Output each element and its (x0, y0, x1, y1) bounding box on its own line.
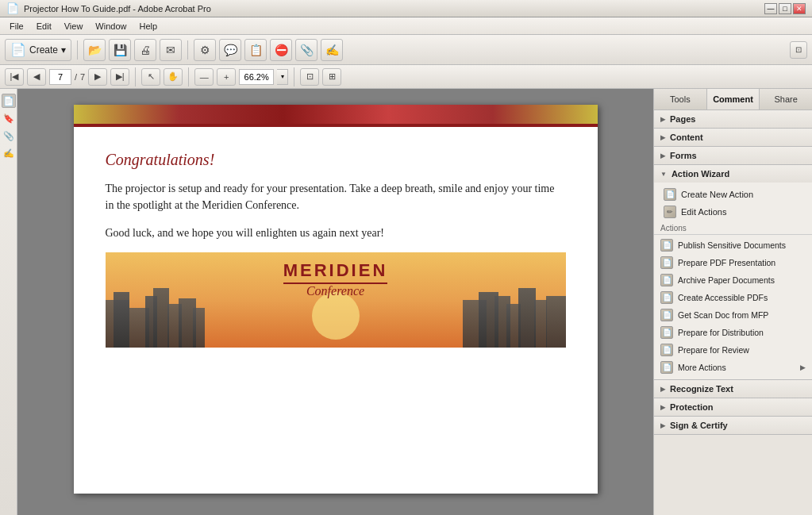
section-pages-header[interactable]: ▶ Pages (654, 110, 812, 128)
svg-point-1 (312, 292, 360, 340)
section-content-header[interactable]: ▶ Content (654, 129, 812, 146)
page-number-input[interactable] (49, 69, 71, 85)
first-page-button[interactable]: |◀ (5, 68, 24, 86)
section-recognize-text-triangle: ▶ (660, 386, 665, 393)
main-container: 📄 🔖 📎 ✍ Congratulations! The projector i… (0, 89, 812, 515)
pdf-area: Congratulations! The projector is setup … (17, 89, 653, 515)
section-sign-certify-triangle: ▶ (660, 422, 665, 429)
nav-bar: |◀ ◀ / 7 ▶ ▶| ↖ ✋ — + ▾ ⊡ ⊞ (0, 65, 812, 89)
zoom-in-button[interactable]: + (217, 68, 236, 86)
create-new-action-label: Create New Action (681, 190, 753, 199)
tab-tools[interactable]: Tools (654, 89, 707, 110)
prepare-distribution-label: Prepare for Distribution (678, 328, 764, 337)
action-publish-sensitive[interactable]: 📄 Publish Sensitive Documents (654, 236, 812, 254)
action-prepare-pdf-left: 📄 Prepare PDF Presentation (660, 256, 775, 269)
settings-button[interactable]: ⚙ (194, 39, 216, 61)
menu-view[interactable]: View (58, 20, 90, 33)
open-button[interactable]: 📂 (83, 39, 106, 61)
zoom-input[interactable] (239, 69, 274, 85)
redact-button[interactable]: ⛔ (270, 39, 292, 61)
section-protection: ▶ Protection (654, 398, 812, 417)
prepare-pdf-label: Prepare PDF Presentation (678, 258, 775, 267)
menu-file[interactable]: File (3, 20, 30, 33)
action-more-actions[interactable]: 📄 More Actions ▶ (654, 359, 812, 376)
action-prepare-pdf[interactable]: 📄 Prepare PDF Presentation (654, 254, 812, 271)
section-action-wizard-header[interactable]: ▼ Action Wizard (654, 165, 812, 183)
actions-group-label: Actions (654, 221, 812, 235)
stamp-button[interactable]: 📋 (244, 39, 267, 61)
panel-toggle-button[interactable]: ⊡ (790, 41, 807, 59)
menu-bar: File Edit View Window Help (0, 17, 812, 35)
action-create-new[interactable]: 📄 Create New Action (654, 186, 812, 203)
tab-share[interactable]: Share (760, 89, 812, 110)
fit-page-button[interactable]: ⊡ (300, 68, 319, 86)
print-button[interactable]: 🖨 (134, 39, 156, 61)
create-new-action-icon: 📄 (664, 188, 676, 201)
menu-help[interactable]: Help (133, 20, 164, 33)
action-prepare-review[interactable]: 📄 Prepare for Review (654, 341, 812, 359)
archive-paper-icon: 📄 (660, 274, 673, 286)
action-create-accessible[interactable]: 📄 Create Accessible PDFs (654, 289, 812, 306)
section-sign-certify-label: Sign & Certify (670, 421, 728, 430)
section-forms-header[interactable]: ▶ Forms (654, 147, 812, 164)
edit-actions-icon: ✏ (664, 206, 676, 218)
action-edit-actions[interactable]: ✏ Edit Actions (654, 203, 812, 221)
prepare-review-icon: 📄 (660, 344, 673, 356)
sign-button[interactable]: ✍ (321, 39, 343, 61)
menu-edit[interactable]: Edit (30, 20, 58, 33)
more-actions-label: More Actions (678, 363, 726, 372)
publish-sensitive-icon: 📄 (660, 239, 673, 252)
section-content: ▶ Content (654, 129, 812, 147)
svg-rect-9 (193, 308, 205, 348)
next-page-button[interactable]: ▶ (88, 68, 107, 86)
prev-page-button[interactable]: ◀ (27, 68, 46, 86)
create-button[interactable]: 📄 Create ▾ (5, 39, 71, 61)
action-prepare-distribution[interactable]: 📄 Prepare for Distribution (654, 324, 812, 341)
zoom-out-button[interactable]: — (194, 68, 214, 86)
sidebar-tab-bookmarks[interactable]: 🔖 (2, 111, 16, 125)
section-pages-triangle: ▶ (660, 116, 665, 123)
section-recognize-text-header[interactable]: ▶ Recognize Text (654, 380, 812, 398)
action-get-scan-doc[interactable]: 📄 Get Scan Doc from MFP (654, 306, 812, 324)
create-accessible-label: Create Accessible PDFs (678, 293, 768, 302)
minimize-button[interactable]: — (764, 3, 777, 14)
cursor-tool-button[interactable]: ↖ (141, 68, 160, 86)
section-sign-certify-header[interactable]: ▶ Sign & Certify (654, 417, 812, 434)
pdf-body: Congratulations! The projector is setup … (74, 127, 598, 363)
zoom-dropdown-button[interactable]: ▾ (277, 69, 288, 85)
action-create-accessible-left: 📄 Create Accessible PDFs (660, 291, 768, 304)
more-actions-icon: 📄 (660, 361, 673, 374)
tab-comment[interactable]: Comment (707, 89, 760, 110)
action-archive-paper[interactable]: 📄 Archive Paper Documents (654, 271, 812, 289)
comment-button[interactable]: 💬 (219, 39, 241, 61)
section-protection-header[interactable]: ▶ Protection (654, 398, 812, 416)
get-scan-doc-label: Get Scan Doc from MFP (678, 310, 768, 320)
action-prepare-distribution-left: 📄 Prepare for Distribution (660, 326, 764, 339)
sidebar-tab-attachments[interactable]: 📎 (2, 129, 16, 143)
last-page-button[interactable]: ▶| (110, 68, 129, 86)
sidebar-tab-pages[interactable]: 📄 (2, 94, 16, 108)
section-action-wizard-triangle: ▼ (660, 171, 667, 178)
nav-separator-2 (188, 67, 189, 86)
page-separator: / (75, 72, 77, 82)
title-bar-text: Projector How To Guide.pdf - Adobe Acrob… (24, 4, 211, 13)
attach-button[interactable]: 📎 (295, 39, 317, 61)
maximize-button[interactable]: □ (779, 3, 791, 14)
save-button[interactable]: 💾 (109, 39, 131, 61)
hand-tool-button[interactable]: ✋ (164, 68, 183, 86)
section-pages-label: Pages (670, 114, 695, 124)
create-icon: 📄 (10, 42, 26, 57)
sidebar-tab-signatures[interactable]: ✍ (2, 146, 16, 160)
meridien-title: MERIDIEN (283, 260, 388, 284)
menu-window[interactable]: Window (89, 20, 133, 33)
close-button[interactable]: ✕ (793, 3, 806, 14)
fit-width-button[interactable]: ⊞ (322, 68, 341, 86)
left-sidebar: 📄 🔖 📎 ✍ (0, 89, 17, 515)
pdf-paragraph2: Good luck, and we hope you will enlighte… (106, 225, 566, 241)
email-button[interactable]: ✉ (160, 39, 182, 61)
meridien-branding: MERIDIEN Conference (106, 260, 566, 298)
title-bar-controls: — □ ✕ (764, 3, 806, 14)
section-action-wizard: ▼ Action Wizard 📄 Create New Action ✏ Ed… (654, 165, 812, 380)
pdf-paragraph1: The projector is setup and ready for you… (106, 180, 566, 213)
section-content-label: Content (670, 133, 703, 142)
